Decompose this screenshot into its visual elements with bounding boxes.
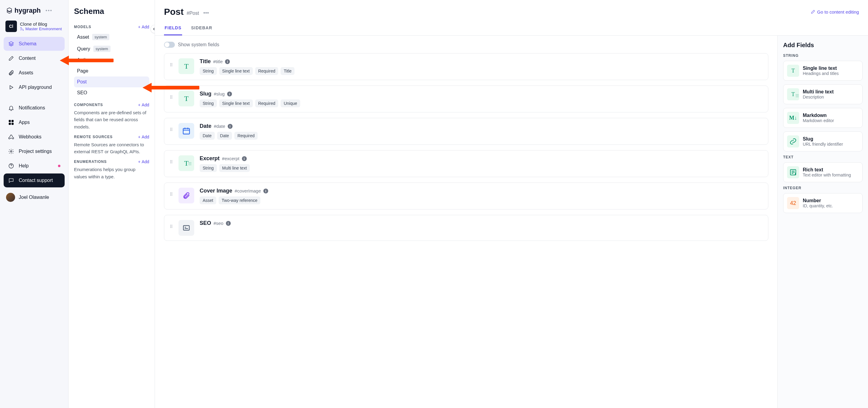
field-chip: String [199, 67, 217, 75]
field-type-single-line-text[interactable]: TSingle line textHeadings and titles [783, 61, 863, 81]
model-item-page[interactable]: Page [74, 65, 149, 77]
nav-schema[interactable]: Schema [4, 37, 65, 51]
field-chip: Required [255, 67, 278, 75]
drag-handle-icon[interactable]: ⠿ [170, 159, 173, 165]
nav-notifications[interactable]: Notifications [4, 101, 65, 115]
brand-logo[interactable]: hygraph [6, 7, 41, 14]
show-system-fields-toggle[interactable] [164, 42, 175, 48]
nav-webhooks[interactable]: Webhooks [4, 130, 65, 144]
field-type-slug[interactable]: SlugURL friendly identifier [783, 132, 863, 151]
add-enumeration-button[interactable]: + Add [138, 159, 149, 164]
schema-title: Schema [74, 7, 149, 16]
nav-settings[interactable]: Project settings [4, 144, 65, 158]
info-icon[interactable]: i [264, 188, 268, 194]
field-name: Date [199, 123, 211, 129]
add-remote-source-button[interactable]: + Add [138, 135, 149, 139]
go-to-content-link[interactable]: Go to content editing [811, 9, 859, 14]
drag-handle-icon[interactable]: ⠿ [170, 192, 173, 197]
svg-rect-1 [12, 120, 13, 122]
info-icon[interactable]: i [225, 59, 230, 64]
field-type-desc: URL friendly identifier [803, 142, 843, 147]
tab-sidebar[interactable]: SIDEBAR [191, 22, 213, 35]
collapse-panel-button[interactable] [150, 25, 155, 33]
add-model-button[interactable]: + Add [138, 25, 149, 29]
external-edit-icon [811, 9, 815, 14]
info-icon[interactable]: i [227, 92, 232, 96]
drag-handle-icon[interactable]: ⠿ [170, 63, 173, 67]
nav-assets[interactable]: Assets [4, 66, 65, 80]
field-name: Title [199, 58, 211, 65]
field-seo[interactable]: ⠿SEO #seo i [164, 215, 768, 241]
field-title[interactable]: ⠿TTitle #title iStringSingle line textRe… [164, 53, 768, 80]
field-chip: Single line text [219, 99, 253, 107]
field-api-id: #date [214, 124, 225, 129]
field-chip: Multi line text [219, 164, 250, 172]
field-name: Cover Image [199, 188, 232, 194]
model-menu-icon[interactable]: ••• [202, 10, 209, 16]
models-section-label: MODELS [74, 25, 91, 29]
field-type-icon [787, 136, 799, 147]
field-api-id: #seo [214, 221, 223, 226]
primary-nav: Schema Content Assets API playground Not… [4, 37, 65, 187]
field-type-icon [787, 166, 799, 178]
field-type-multi-line-text[interactable]: T———Multi line textDescription [783, 84, 863, 104]
svg-rect-0 [9, 120, 11, 122]
svg-rect-2 [9, 123, 11, 125]
project-switcher[interactable]: Cl Clone of Blog Master Environment [4, 18, 65, 36]
user-menu[interactable]: Joel Olawanle [4, 190, 65, 205]
brand-menu-icon[interactable]: ••• [44, 8, 53, 13]
nav-support[interactable]: Contact support [4, 173, 65, 187]
tab-fields[interactable]: FIELDS [164, 22, 182, 35]
components-help: Components are pre-defined sets of field… [74, 109, 149, 130]
drag-handle-icon[interactable]: ⠿ [170, 224, 173, 229]
field-chip: Two-way reference [219, 197, 260, 204]
field-type-number[interactable]: 42NumberID, quantity, etc. [783, 193, 863, 213]
drag-handle-icon[interactable]: ⠿ [170, 127, 173, 132]
webhook-icon [8, 134, 14, 140]
field-type-icon [179, 123, 194, 139]
nav-content[interactable]: Content [4, 51, 65, 65]
system-badge: system [93, 46, 111, 52]
components-section-label: COMPONENTS [74, 103, 103, 107]
field-type-name: Markdown [803, 113, 834, 118]
remote-sources-section-label: REMOTE SOURCES [74, 135, 113, 139]
field-date[interactable]: ⠿Date #date iDateDateRequired [164, 118, 768, 145]
model-item-author[interactable]: Author [74, 55, 149, 65]
nav-playground[interactable]: API playground [4, 80, 65, 94]
field-type-name: Single line text [803, 65, 839, 71]
model-item-seo[interactable]: SEO [74, 87, 149, 98]
field-type-markdown[interactable]: M↓MarkdownMarkdown editor [783, 108, 863, 128]
add-component-button[interactable]: + Add [138, 103, 149, 107]
info-icon[interactable]: i [228, 124, 232, 129]
grid-icon [8, 119, 14, 126]
branch-icon [20, 27, 24, 31]
field-chip: Asset [199, 197, 216, 204]
field-slug[interactable]: ⠿TSlug #slug iStringSingle line textRequ… [164, 86, 768, 112]
info-icon[interactable]: i [242, 156, 247, 161]
info-icon[interactable]: i [226, 221, 231, 226]
field-type-icon: 42 [787, 197, 799, 209]
model-item-asset[interactable]: Assetsystem [74, 31, 149, 43]
notification-dot-icon [58, 165, 60, 167]
field-excerpt[interactable]: ⠿T———Excerpt #excerpt iStringMulti line … [164, 150, 768, 177]
nav-help[interactable]: Help [4, 159, 65, 173]
nav-apps[interactable]: Apps [4, 115, 65, 129]
drag-handle-icon[interactable]: ⠿ [170, 95, 173, 100]
field-type-name: Number [803, 198, 833, 203]
field-chip: Required [235, 132, 258, 140]
field-cover-image[interactable]: ⠿Cover Image #coverImage iAssetTwo-way r… [164, 182, 768, 209]
chevron-double-left-icon [153, 27, 155, 31]
svg-rect-11 [183, 226, 189, 230]
field-type-icon: T [787, 65, 799, 77]
field-type-rich-text[interactable]: Rich textText editor with formatting [783, 162, 863, 182]
field-type-name: Multi line text [803, 89, 834, 95]
add-fields-title: Add Fields [783, 42, 863, 49]
svg-rect-3 [12, 123, 13, 125]
model-item-query[interactable]: Querysystem [74, 43, 149, 55]
field-chip: Unique [281, 99, 300, 107]
edit-icon [8, 55, 14, 62]
field-type-icon: T [179, 91, 194, 106]
play-icon [8, 84, 14, 91]
model-item-post[interactable]: Post [74, 77, 149, 87]
project-environment[interactable]: Master Environment [20, 27, 62, 31]
